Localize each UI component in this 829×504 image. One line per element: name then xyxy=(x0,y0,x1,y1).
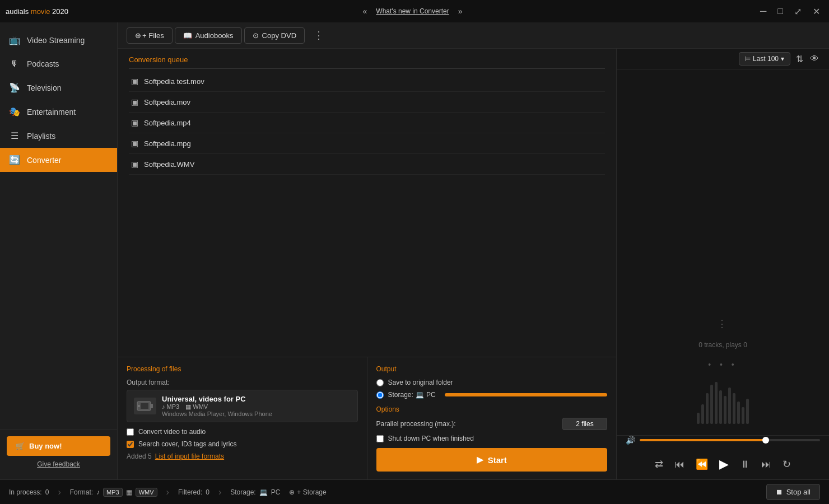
queue-item[interactable]: ▣ Softpedia.mpg xyxy=(129,133,605,154)
save-storage-radio[interactable] xyxy=(376,391,384,399)
list-link[interactable]: List of input file formats xyxy=(155,452,224,460)
output-format-selector[interactable]: Universal, videos for PC ♪ MP3 ▦ WMV Win… xyxy=(127,390,358,422)
convert-video-label[interactable]: Convert video to audio xyxy=(138,428,206,436)
nav-back-button[interactable]: « xyxy=(361,6,370,17)
queue-item[interactable]: ▣ Softpedia.WMV xyxy=(129,154,605,175)
repeat-button[interactable]: ↻ xyxy=(780,456,793,473)
titlebar-left: audials movie 2020 xyxy=(6,7,68,16)
main-layout: 📺 Video Streaming 🎙 Podcasts 📡 Televisio… xyxy=(0,22,829,479)
shuffle-button[interactable]: ⇄ xyxy=(653,456,665,473)
conversion-queue: Conversion queue ▣ Softpedia test.mov ▣ … xyxy=(118,49,616,357)
volume-icon[interactable]: 🔊 xyxy=(626,436,635,445)
queue-item[interactable]: ▣ Softpedia.mov xyxy=(129,92,605,113)
close-button[interactable]: ✕ xyxy=(809,5,823,18)
copy-dvd-button[interactable]: ⊙ Copy DVD xyxy=(244,27,305,44)
sidebar-bottom: 🛒 Buy now! Give feedback xyxy=(0,429,117,479)
stop-all-button[interactable]: ⏹ Stop all xyxy=(766,484,820,500)
added-label: Added 5 xyxy=(127,452,152,460)
status-bar: In process: 0 › Format: ♪ MP3 ▦ WMV › Fi… xyxy=(0,479,829,504)
vis-bar xyxy=(724,396,726,424)
volume-thumb xyxy=(762,437,769,444)
window-controls: ─ □ ⤢ ✕ xyxy=(757,5,823,18)
queue-item-name: Softpedia.WMV xyxy=(144,160,194,169)
sidebar-item-converter[interactable]: 🔄 Converter xyxy=(0,148,117,172)
start-button[interactable]: ▶ Start xyxy=(376,448,608,472)
next-button[interactable]: ⏭ xyxy=(759,456,774,473)
queue-item[interactable]: ▣ Softpedia.mp4 xyxy=(129,113,605,133)
audiobooks-button[interactable]: 📖 Audiobooks xyxy=(175,27,242,44)
give-feedback-link[interactable]: Give feedback xyxy=(7,456,110,473)
volume-slider[interactable] xyxy=(640,439,820,441)
plus-storage-icon: ⊕ xyxy=(289,488,295,496)
sidebar-item-label: Television xyxy=(27,83,61,92)
sort-button[interactable]: ⇅ xyxy=(795,53,804,66)
storage-pc-icon: 💻 xyxy=(416,391,424,399)
in-process-value: 0 xyxy=(45,488,49,496)
options-title: Options xyxy=(376,405,608,413)
shutdown-checkbox[interactable] xyxy=(376,435,384,442)
sep1: › xyxy=(58,487,60,497)
playlists-icon: ☰ xyxy=(9,130,20,141)
more-dots-2[interactable]: • • • xyxy=(704,356,742,374)
sidebar-item-label: Video Streaming xyxy=(27,36,85,45)
eye-button[interactable]: 👁 xyxy=(809,53,820,65)
storage-label-status: Storage: xyxy=(230,488,255,496)
whats-new-link[interactable]: What's new in Converter xyxy=(376,7,449,15)
search-cover-checkbox[interactable] xyxy=(127,441,134,448)
parallel-label: Parallel processing (max.): xyxy=(376,420,558,428)
more-options-button[interactable]: ⋮ xyxy=(309,27,328,44)
save-original-radio[interactable] xyxy=(376,379,384,386)
processing-title: Processing of files xyxy=(127,365,358,373)
vis-bar xyxy=(728,388,731,424)
sidebar-item-entertainment[interactable]: 🎭 Entertainment xyxy=(0,100,117,124)
queue-area: Conversion queue ▣ Softpedia test.mov ▣ … xyxy=(118,49,616,479)
storage-item: Storage: 💻 PC xyxy=(230,488,280,496)
sidebar-item-playlists[interactable]: ☰ Playlists xyxy=(0,124,117,148)
format-name: Universal, videos for PC xyxy=(162,395,272,403)
sidebar-item-television[interactable]: 📡 Television xyxy=(0,76,117,100)
nav-forward-button[interactable]: » xyxy=(456,6,465,17)
sidebar-item-label: Converter xyxy=(27,156,61,165)
wmv-badge: WMV xyxy=(136,488,157,497)
last100-button[interactable]: ⊨ Last 100 ▾ xyxy=(739,52,790,66)
sidebar-nav: 📺 Video Streaming 🎙 Podcasts 📡 Televisio… xyxy=(0,22,117,429)
prev-button[interactable]: ⏮ xyxy=(672,456,687,473)
format-sub: Windows Media Player, Windows Phone xyxy=(162,410,272,417)
content-area: ⊕ + Files 📖 Audiobooks ⊙ Copy DVD ⋮ Conv… xyxy=(118,22,829,479)
convert-video-checkbox[interactable] xyxy=(127,428,134,436)
file-icon: ▣ xyxy=(131,160,138,169)
vis-bar xyxy=(701,404,704,424)
play-button[interactable]: ▶ xyxy=(717,455,731,474)
search-cover-label[interactable]: Search cover, ID3 tags and lyrics xyxy=(138,440,236,448)
parallel-row: Parallel processing (max.): 2 files xyxy=(376,418,608,430)
queue-item[interactable]: ▣ Softpedia test.mov xyxy=(129,71,605,92)
cart-icon: 🛒 xyxy=(16,442,25,450)
maximize-button[interactable]: ⤢ xyxy=(791,5,805,18)
filter-icon: ⊨ xyxy=(745,55,751,63)
book-icon: 📖 xyxy=(183,31,192,40)
added-row: Added 5 List of input file formats xyxy=(127,452,358,460)
sidebar: 📺 Video Streaming 🎙 Podcasts 📡 Televisio… xyxy=(0,22,118,479)
file-icon: ▣ xyxy=(131,118,138,127)
restore-button[interactable]: □ xyxy=(774,5,786,18)
rewind-button[interactable]: ⏪ xyxy=(693,456,710,473)
more-dots[interactable]: ⋮ xyxy=(712,313,734,334)
save-original-label[interactable]: Save to original folder xyxy=(388,379,453,386)
shutdown-label[interactable]: Shut down PC when finished xyxy=(388,435,474,442)
file-icon: ▣ xyxy=(131,77,138,86)
wmv-tag: ▦ WMV xyxy=(185,403,208,410)
pause-button[interactable]: ⏸ xyxy=(738,456,752,473)
mp3-tag: ♪ MP3 xyxy=(162,403,179,410)
files-button[interactable]: ⊕ + Files xyxy=(127,27,173,44)
queue-item-name: Softpedia.mov xyxy=(144,98,190,106)
add-storage-button[interactable]: ⊕ + Storage xyxy=(289,488,326,496)
sidebar-item-video-streaming[interactable]: 📺 Video Streaming xyxy=(0,28,117,52)
sidebar-item-podcasts[interactable]: 🎙 Podcasts xyxy=(0,52,117,76)
minimize-button[interactable]: ─ xyxy=(757,5,770,18)
sep2: › xyxy=(166,487,169,497)
format-item: Format: ♪ MP3 ▦ WMV xyxy=(70,488,157,497)
sidebar-item-label: Entertainment xyxy=(27,108,76,116)
app-logo: audials movie 2020 xyxy=(6,7,68,16)
file-icon: ▣ xyxy=(131,97,138,106)
buy-now-button[interactable]: 🛒 Buy now! xyxy=(7,436,110,456)
